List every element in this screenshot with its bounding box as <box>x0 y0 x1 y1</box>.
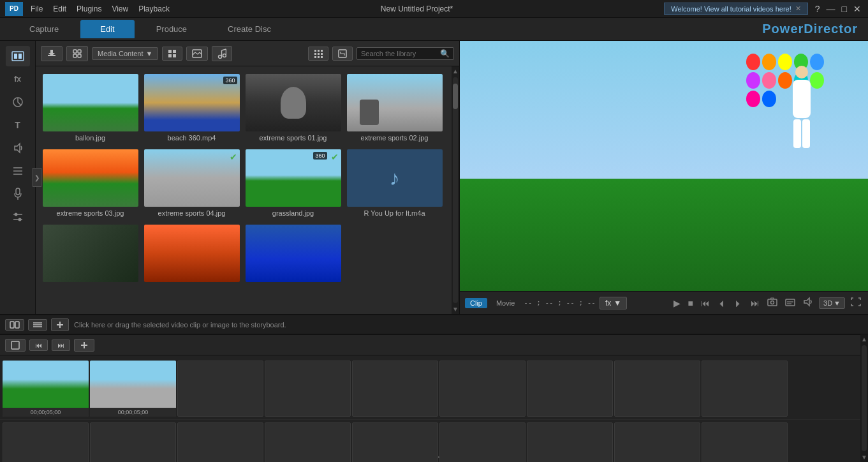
empty-timeline-slot[interactable] <box>265 422 351 462</box>
media-scrollbar[interactable]: ▲ ▼ <box>452 66 459 314</box>
maximize-button[interactable]: □ <box>840 4 849 14</box>
media-item[interactable]: 360 ✔ grassland.jpg <box>244 147 342 220</box>
fullscreen-btn[interactable] <box>849 296 863 309</box>
menu-file[interactable]: File <box>31 4 43 13</box>
sidebar-media-btn[interactable] <box>6 46 30 66</box>
empty-timeline-slot[interactable] <box>527 422 613 462</box>
view-music-btn[interactable] <box>212 46 232 61</box>
subtitle-btn[interactable] <box>783 297 797 309</box>
sidebar-title-btn[interactable]: T <box>6 115 30 135</box>
fit-view-btn[interactable] <box>332 47 353 61</box>
plugin-btn[interactable] <box>66 46 88 61</box>
media-item[interactable]: extreme sports 02.jpg <box>345 71 444 144</box>
empty-timeline-slot[interactable] <box>352 361 438 417</box>
svg-rect-42 <box>786 299 795 306</box>
empty-timeline-slot[interactable] <box>702 361 788 417</box>
empty-timeline-slot[interactable] <box>439 361 526 417</box>
empty-timeline-slot[interactable] <box>90 422 176 462</box>
sidebar-collapse-btn[interactable]: ❯ <box>33 168 41 187</box>
empty-timeline-slot[interactable] <box>177 422 263 462</box>
media-item[interactable]: extreme sports 03.jpg <box>41 147 140 220</box>
left-sidebar: fx T ❯ <box>0 41 36 314</box>
fx-dropdown[interactable]: fx ▼ <box>600 297 627 309</box>
media-content-dropdown[interactable]: Media Content ▼ <box>92 47 158 60</box>
tab-produce[interactable]: Produce <box>137 20 206 38</box>
empty-timeline-slot[interactable] <box>439 422 526 462</box>
media-grid: ballon.jpg 360 beach 360.mp4 extreme spo… <box>36 66 452 314</box>
view-image-btn[interactable] <box>186 47 208 61</box>
play-btn[interactable]: ▶ <box>672 297 682 309</box>
next-clip-btn[interactable]: ⏭ <box>749 297 761 309</box>
timeline-clip[interactable]: 00;00;05;00 <box>90 361 176 417</box>
next-frame-btn[interactable]: ⏵ <box>732 297 745 309</box>
tab-edit[interactable]: Edit <box>80 20 134 38</box>
svg-rect-17 <box>78 50 81 53</box>
snapshot-btn[interactable] <box>765 296 779 309</box>
preview-controls: Clip Movie -- ; -- ; -- ; -- fx ▼ ▶ ■ ⏮ … <box>460 291 868 314</box>
media-item[interactable]: ♪ R You Up for It.m4a <box>345 147 444 220</box>
empty-timeline-slot[interactable] <box>3 422 89 462</box>
preview-panel: Clip Movie -- ; -- ; -- ; -- fx ▼ ▶ ■ ⏮ … <box>460 41 868 314</box>
media-item[interactable]: ballon.jpg <box>41 71 140 144</box>
sidebar-mic-btn[interactable] <box>6 184 30 204</box>
add-track-btn[interactable] <box>74 339 94 352</box>
tab-bar: Capture Edit Produce Create Disc PowerDi… <box>0 18 868 41</box>
empty-timeline-slot[interactable] <box>265 361 351 417</box>
timeline-view-btn[interactable] <box>28 319 47 331</box>
timeline-scroll-down[interactable]: ▼ <box>860 452 868 462</box>
close-button[interactable]: ✕ <box>851 4 863 14</box>
audio-btn[interactable] <box>801 295 815 310</box>
import-media-btn[interactable] <box>41 46 63 61</box>
3d-dropdown[interactable]: 3D ▼ <box>819 297 845 309</box>
go-home-btn[interactable]: ⏮ <box>29 339 48 351</box>
grid-layout-btn[interactable] <box>308 47 328 61</box>
media-panel: Media Content ▼ 🔍 <box>36 41 460 314</box>
media-item[interactable] <box>41 222 140 287</box>
timeline-clip[interactable]: 00;00;05;00 <box>3 361 89 417</box>
fit-timeline-btn[interactable] <box>5 339 26 352</box>
media-item[interactable]: 360 beach 360.mp4 <box>142 71 241 144</box>
scroll-down-btn[interactable]: ▼ <box>451 304 459 314</box>
prev-frame-btn[interactable]: ⏴ <box>716 297 728 309</box>
timeline-scrollbar[interactable]: ▲ ▼ <box>860 334 868 462</box>
empty-timeline-slot[interactable] <box>614 361 700 417</box>
tab-capture[interactable]: Capture <box>10 20 78 38</box>
sidebar-chapters-btn[interactable] <box>6 161 30 181</box>
menu-plugins[interactable]: Plugins <box>77 4 101 13</box>
add-audio-track-btn[interactable] <box>51 318 69 331</box>
preview-movie-tab[interactable]: Movie <box>491 298 520 308</box>
prev-clip-btn[interactable]: ⏮ <box>699 297 712 309</box>
menu-edit[interactable]: Edit <box>53 4 66 13</box>
media-item[interactable]: extreme sports 01.jpg <box>244 71 342 144</box>
media-item[interactable] <box>244 222 342 287</box>
menu-playback[interactable]: Playback <box>138 4 170 13</box>
scroll-thumb[interactable] <box>453 84 458 109</box>
sidebar-color-btn[interactable] <box>6 92 30 112</box>
minimize-button[interactable]: — <box>825 4 837 14</box>
search-box[interactable]: 🔍 <box>357 47 454 60</box>
search-input[interactable] <box>361 50 438 57</box>
help-button[interactable]: ? <box>813 4 822 14</box>
preview-clip-tab[interactable]: Clip <box>465 298 487 308</box>
sidebar-fx-btn[interactable]: fx <box>6 69 30 89</box>
empty-timeline-slot[interactable] <box>352 422 438 462</box>
view-thumbnails-btn[interactable] <box>162 47 182 61</box>
svg-rect-23 <box>173 54 176 57</box>
menu-view[interactable]: View <box>112 4 128 13</box>
sidebar-adjust-btn[interactable] <box>6 207 30 227</box>
sidebar-audio-btn[interactable] <box>6 138 30 158</box>
empty-timeline-slot[interactable] <box>614 422 700 462</box>
media-item[interactable] <box>142 222 241 287</box>
scroll-up-btn[interactable]: ▲ <box>451 66 459 76</box>
storyboard-view-btn[interactable] <box>5 319 24 331</box>
timeline-scroll-up[interactable]: ▲ <box>860 334 868 344</box>
empty-timeline-slot[interactable] <box>702 422 788 462</box>
stop-btn[interactable]: ■ <box>686 297 695 309</box>
media-thumbnail <box>347 74 443 131</box>
welcome-close-button[interactable]: ✕ <box>795 4 801 13</box>
empty-timeline-slot[interactable] <box>527 361 613 417</box>
tab-create-disc[interactable]: Create Disc <box>209 20 290 38</box>
empty-timeline-slot[interactable] <box>177 361 263 417</box>
media-item[interactable]: ✔ extreme sports 04.jpg <box>142 147 241 220</box>
go-end-btn[interactable]: ⏭ <box>52 339 70 351</box>
